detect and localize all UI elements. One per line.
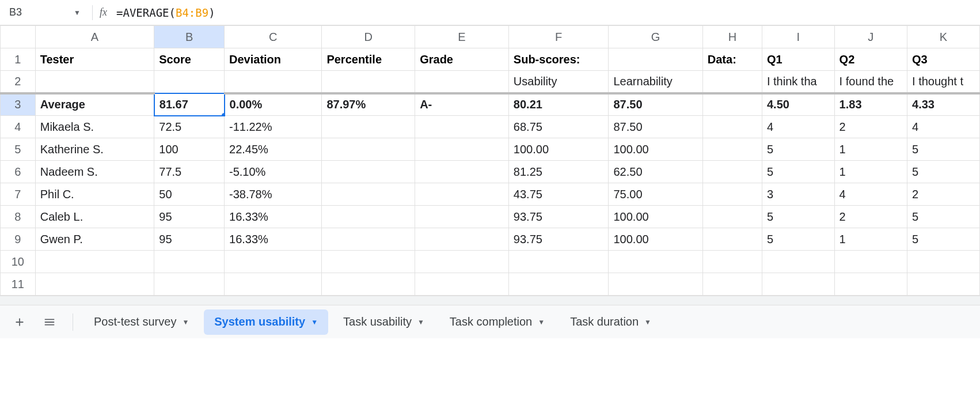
row-header-9[interactable]: 9 bbox=[1, 228, 36, 251]
cell[interactable]: 5 bbox=[762, 138, 834, 161]
cell[interactable] bbox=[415, 161, 509, 183]
cell[interactable]: 2 bbox=[834, 206, 907, 228]
cell[interactable]: Deviation bbox=[225, 48, 322, 71]
cell[interactable]: 2 bbox=[834, 116, 907, 138]
cell[interactable]: 4 bbox=[834, 183, 907, 206]
cell[interactable]: Q3 bbox=[907, 48, 980, 71]
cell[interactable]: -38.78% bbox=[225, 183, 322, 206]
cell[interactable] bbox=[762, 251, 834, 273]
chevron-down-icon[interactable]: ▼ bbox=[74, 9, 81, 17]
cell[interactable] bbox=[508, 251, 609, 273]
col-header-K[interactable]: K bbox=[907, 26, 980, 48]
chevron-down-icon[interactable]: ▼ bbox=[182, 318, 189, 326]
row-header-5[interactable]: 5 bbox=[1, 138, 36, 161]
cell[interactable]: Data: bbox=[702, 48, 762, 71]
cell[interactable]: Grade bbox=[415, 48, 509, 71]
add-sheet-button[interactable] bbox=[7, 309, 32, 335]
cell[interactable] bbox=[702, 206, 762, 228]
sheet-tab[interactable]: Post-test survey▼ bbox=[83, 309, 199, 335]
cell[interactable]: -5.10% bbox=[225, 161, 322, 183]
cell[interactable] bbox=[702, 71, 762, 93]
cell[interactable] bbox=[415, 116, 509, 138]
cell[interactable]: I found the bbox=[834, 71, 907, 93]
cell[interactable]: 100.00 bbox=[508, 138, 609, 161]
cell[interactable]: I think tha bbox=[762, 71, 834, 93]
row-header-6[interactable]: 6 bbox=[1, 161, 36, 183]
cell[interactable]: 100.00 bbox=[609, 206, 702, 228]
row-header-8[interactable]: 8 bbox=[1, 206, 36, 228]
cell[interactable]: 5 bbox=[907, 206, 980, 228]
cell[interactable] bbox=[702, 183, 762, 206]
cell[interactable]: 5 bbox=[907, 138, 980, 161]
cell[interactable] bbox=[702, 228, 762, 251]
cell[interactable] bbox=[154, 71, 225, 93]
cell[interactable]: 93.75 bbox=[508, 228, 609, 251]
cell[interactable]: 4 bbox=[907, 116, 980, 138]
cell[interactable]: Caleb L. bbox=[35, 206, 154, 228]
cell[interactable] bbox=[907, 273, 980, 296]
cell[interactable] bbox=[415, 71, 509, 93]
cell[interactable]: 62.50 bbox=[609, 161, 702, 183]
cell[interactable] bbox=[609, 251, 702, 273]
cell[interactable]: 4.33 bbox=[907, 93, 980, 116]
cell[interactable] bbox=[225, 273, 322, 296]
cell[interactable]: 3 bbox=[762, 183, 834, 206]
row-header-10[interactable]: 10 bbox=[1, 251, 36, 273]
cell[interactable] bbox=[702, 138, 762, 161]
cell[interactable] bbox=[907, 251, 980, 273]
cell[interactable]: Sub-scores: bbox=[508, 48, 609, 71]
cell[interactable]: I thought t bbox=[907, 71, 980, 93]
row-header-4[interactable]: 4 bbox=[1, 116, 36, 138]
cell[interactable] bbox=[225, 251, 322, 273]
col-header-H[interactable]: H bbox=[702, 26, 762, 48]
cell[interactable] bbox=[415, 138, 509, 161]
cell[interactable] bbox=[834, 251, 907, 273]
cell[interactable]: 75.00 bbox=[609, 183, 702, 206]
cell[interactable]: Tester bbox=[35, 48, 154, 71]
cell[interactable]: 4 bbox=[762, 116, 834, 138]
cell[interactable]: 5 bbox=[762, 206, 834, 228]
cell[interactable] bbox=[415, 183, 509, 206]
cell[interactable] bbox=[609, 273, 702, 296]
row-header-7[interactable]: 7 bbox=[1, 183, 36, 206]
cell[interactable] bbox=[322, 273, 415, 296]
cell[interactable]: 87.50 bbox=[609, 116, 702, 138]
cell[interactable]: 16.33% bbox=[225, 206, 322, 228]
row-header-1[interactable]: 1 bbox=[1, 48, 36, 71]
cell[interactable]: Average bbox=[35, 93, 154, 116]
cell[interactable] bbox=[322, 116, 415, 138]
cell[interactable]: 1 bbox=[834, 138, 907, 161]
cell[interactable]: Mikaela S. bbox=[35, 116, 154, 138]
spreadsheet-grid[interactable]: A B C D E F G H I J K 1 Tester Score Dev… bbox=[0, 25, 980, 296]
col-header-G[interactable]: G bbox=[609, 26, 702, 48]
cell[interactable]: 72.5 bbox=[154, 116, 225, 138]
cell[interactable]: 87.97% bbox=[322, 93, 415, 116]
horizontal-scrollbar[interactable] bbox=[0, 296, 980, 305]
cell[interactable] bbox=[322, 183, 415, 206]
formula-input[interactable]: =AVERAGE(B4:B9) bbox=[116, 6, 215, 19]
cell[interactable]: 16.33% bbox=[225, 228, 322, 251]
row-header-11[interactable]: 11 bbox=[1, 273, 36, 296]
sheet-tab[interactable]: Task completion▼ bbox=[439, 309, 555, 335]
chevron-down-icon[interactable]: ▼ bbox=[538, 318, 545, 326]
cell[interactable] bbox=[154, 273, 225, 296]
cell[interactable] bbox=[322, 251, 415, 273]
cell[interactable]: -11.22% bbox=[225, 116, 322, 138]
cell[interactable] bbox=[508, 273, 609, 296]
cell[interactable] bbox=[415, 251, 509, 273]
name-box[interactable]: B3 ▼ bbox=[5, 6, 85, 18]
all-sheets-button[interactable] bbox=[37, 309, 62, 335]
chevron-down-icon[interactable]: ▼ bbox=[311, 318, 318, 326]
cell[interactable]: 0.00% bbox=[225, 93, 322, 116]
cell[interactable]: 2 bbox=[907, 183, 980, 206]
cell[interactable] bbox=[702, 93, 762, 116]
cell[interactable]: 68.75 bbox=[508, 116, 609, 138]
cell[interactable]: 5 bbox=[762, 161, 834, 183]
chevron-down-icon[interactable]: ▼ bbox=[644, 318, 651, 326]
cell[interactable]: Nadeem S. bbox=[35, 161, 154, 183]
cell[interactable]: Gwen P. bbox=[35, 228, 154, 251]
cell[interactable] bbox=[834, 273, 907, 296]
cell[interactable] bbox=[35, 71, 154, 93]
cell[interactable]: 77.5 bbox=[154, 161, 225, 183]
cell[interactable]: 80.21 bbox=[508, 93, 609, 116]
